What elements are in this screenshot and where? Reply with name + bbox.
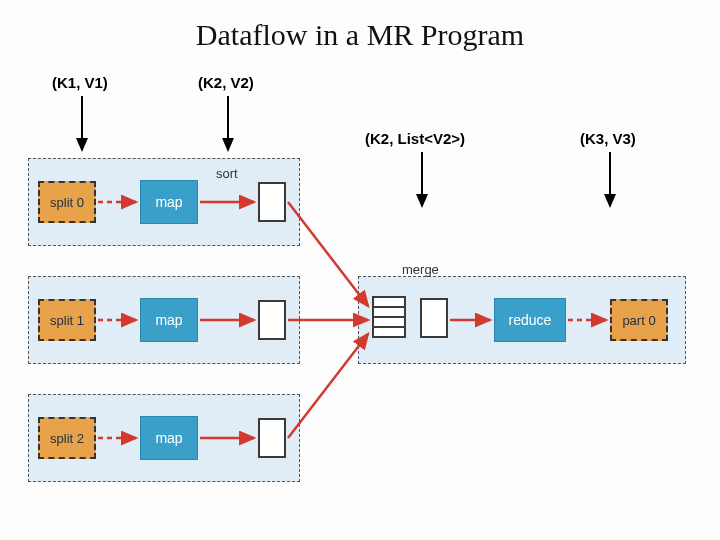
svg-line-12 — [288, 334, 368, 438]
part-0: part 0 — [610, 299, 668, 341]
split-1: split 1 — [38, 299, 96, 341]
label-k1v1: (K1, V1) — [52, 74, 108, 91]
sort-label: sort — [216, 166, 238, 181]
split-2: split 2 — [38, 417, 96, 459]
label-k2list: (K2, List<V2>) — [365, 130, 465, 147]
map-0: map — [140, 180, 198, 224]
map-2: map — [140, 416, 198, 460]
buf-map-2 — [258, 418, 286, 458]
buf-map-0 — [258, 182, 286, 222]
merge-stack — [372, 296, 406, 336]
split-0: split 0 — [38, 181, 96, 223]
page-title: Dataflow in a MR Program — [0, 0, 720, 52]
map-1: map — [140, 298, 198, 342]
label-k3v3: (K3, V3) — [580, 130, 636, 147]
svg-line-10 — [288, 202, 368, 306]
diagram-stage: Dataflow in a MR Program (K1, V1) (K2, V… — [0, 0, 720, 540]
buf-map-1 — [258, 300, 286, 340]
label-k2v2: (K2, V2) — [198, 74, 254, 91]
buf-merged — [420, 298, 448, 338]
reduce-0: reduce — [494, 298, 566, 342]
merge-label: merge — [402, 262, 439, 277]
